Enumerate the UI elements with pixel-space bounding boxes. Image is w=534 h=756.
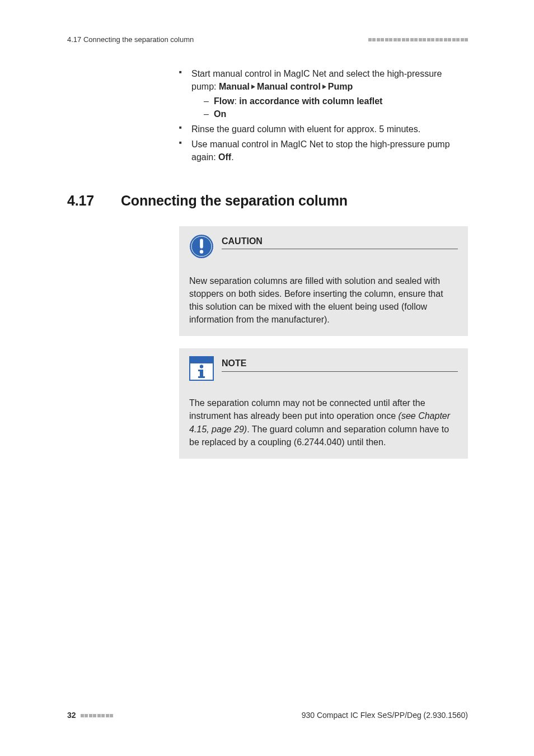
sub-list: Flow: in accordance with column leaflet … [191,95,468,120]
list-item: Rinse the guard column with eluent for a… [191,123,468,136]
note-callout: NOTE The separation column may not be co… [179,348,468,459]
chevron-right-icon [251,85,255,89]
menu-path-2: Manual control [257,82,321,91]
info-icon [189,356,214,381]
callouts-block: CAUTION New separation columns are fille… [179,226,468,459]
param-label: Flow [214,96,234,106]
menu-path-1: Manual [219,82,250,91]
page-footer: 32 930 Compact IC Flex SeS/PP/Deg (2.930… [67,710,468,721]
list-item: Use manual control in MagIC Net to stop … [191,138,468,164]
callout-title-wrap: CAUTION [222,234,458,249]
page-number: 32 [67,710,76,721]
callout-title-wrap: NOTE [222,356,458,371]
param-value: Off [218,152,231,162]
section-heading-block: 4.17 Connecting the separation column [67,191,468,211]
page-content: 4.17 Connecting the separation column St… [67,35,468,471]
section-heading: 4.17 Connecting the separation column [67,191,468,211]
instruction-text: . [231,152,233,162]
callout-title: CAUTION [222,235,458,248]
instruction-text: Rinse the guard column with eluent for a… [191,124,420,134]
callout-title: NOTE [222,357,458,370]
svg-rect-9 [198,376,205,378]
svg-rect-8 [198,370,202,371]
instruction-list: Start manual control in MagIC Net and se… [179,67,468,164]
param-value: On [214,109,226,119]
section-title: Connecting the separation column [121,191,348,211]
footer-decoration [81,714,114,717]
page-header: 4.17 Connecting the separation column [67,35,468,45]
chevron-right-icon [322,85,326,89]
callout-header: CAUTION [189,234,458,259]
param-sep: : [234,96,239,106]
callout-body: New separation columns are filled with s… [189,274,458,326]
svg-rect-2 [200,239,203,248]
list-item: Start manual control in MagIC Net and se… [191,67,468,120]
note-body-pre: The separation column may not be connect… [189,398,425,421]
caution-callout: CAUTION New separation columns are fille… [179,226,468,337]
menu-path-3: Pump [328,82,353,91]
footer-left: 32 [67,710,113,721]
section-number: 4.17 [67,191,121,211]
list-item: Flow: in accordance with column leaflet [214,95,468,108]
header-decoration [368,38,469,41]
footer-right: 930 Compact IC Flex SeS/PP/Deg (2.930.15… [302,710,468,721]
list-item: On [214,108,468,120]
svg-point-3 [200,250,203,253]
caution-icon [189,234,214,259]
callout-header: NOTE [189,356,458,381]
header-left: 4.17 Connecting the separation column [67,35,194,45]
instruction-list-block: Start manual control in MagIC Net and se… [179,67,468,164]
svg-rect-5 [190,357,213,363]
param-value: in accordance with column leaflet [239,96,382,106]
callout-body: The separation column may not be connect… [189,396,458,449]
callout-rule [222,371,458,372]
callout-rule [222,249,458,249]
svg-point-6 [200,365,203,368]
